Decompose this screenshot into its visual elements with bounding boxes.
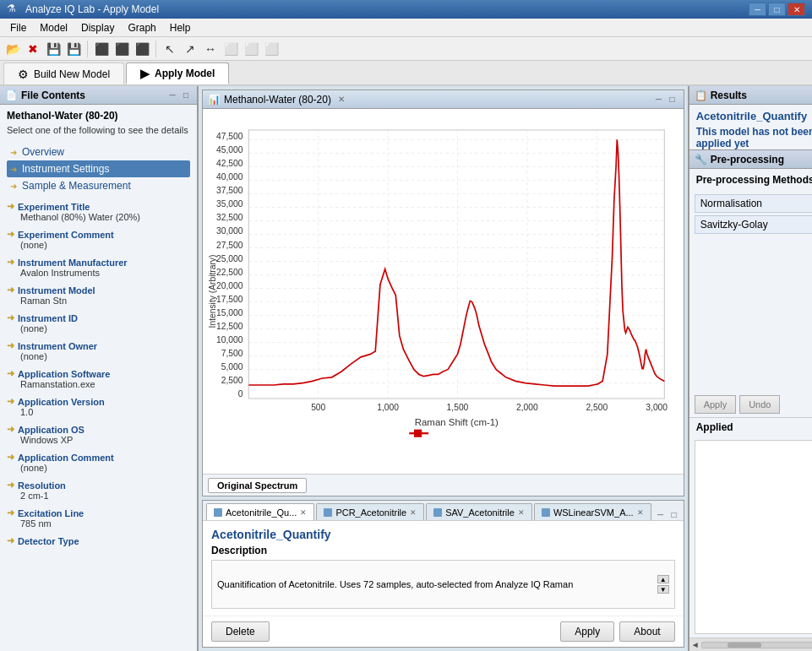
- svg-text:500: 500: [311, 403, 325, 412]
- svg-rect-54: [414, 430, 422, 437]
- detail-icon-4: ➜: [7, 285, 14, 296]
- model-tab-pcr[interactable]: PCR_Acetonitrile ✕: [316, 503, 424, 520]
- menu-graph[interactable]: Graph: [121, 20, 162, 35]
- results-icon: 📋: [695, 90, 707, 101]
- scrollbar-track[interactable]: [701, 642, 812, 648]
- nav2[interactable]: ↗: [181, 40, 199, 58]
- nav-sample-icon: ➜: [10, 182, 17, 191]
- menu-display[interactable]: Display: [74, 20, 121, 35]
- model-tab-acetonitrile[interactable]: Acetonitrile_Qu... ✕: [206, 503, 314, 520]
- model-tab-wslinear[interactable]: WSLinearSVM_A... ✕: [534, 503, 651, 520]
- nav-instrument-settings[interactable]: ➜ Instrument Settings: [7, 160, 190, 177]
- preproc-apply-button[interactable]: Apply: [695, 395, 737, 414]
- detail-icon-6: ➜: [7, 340, 14, 351]
- maximize-button[interactable]: □: [768, 3, 786, 16]
- model-description-label: Description: [211, 545, 675, 556]
- nav-overview[interactable]: ➜ Overview: [7, 144, 190, 160]
- horizontal-scrollbar[interactable]: ◄ ►: [689, 637, 812, 651]
- chart-bottom: Original Spectrum: [203, 474, 684, 496]
- model-tab-icon-2: [324, 508, 332, 517]
- menu-file[interactable]: File: [3, 20, 33, 35]
- nav4[interactable]: ⬜: [221, 40, 240, 58]
- svg-text:Raman Shift (cm-1): Raman Shift (cm-1): [415, 417, 499, 427]
- preprocessing-header: 🔧 Pre-processing ─ □: [689, 150, 812, 169]
- detail-experiment-title: ➜ Experiment Title Methanol (80%) Water …: [7, 201, 190, 222]
- preprocessing-list: Normalisation Savitzky-Golay: [689, 189, 812, 392]
- svg-text:42,500: 42,500: [216, 159, 243, 168]
- menu-help[interactable]: Help: [163, 20, 198, 35]
- file-name: Methanol-Water (80-20): [0, 105, 197, 123]
- file-contents-header: 📄 File Contents ─ □: [0, 86, 197, 105]
- svg-text:1,500: 1,500: [447, 403, 469, 412]
- svg-text:22,500: 22,500: [216, 268, 243, 277]
- nav1[interactable]: ↖: [161, 40, 179, 58]
- nav5[interactable]: ⬜: [242, 40, 260, 58]
- preproc-undo-button[interactable]: Undo: [739, 395, 780, 414]
- svg-text:40,000: 40,000: [216, 172, 243, 182]
- scrollbar-thumb[interactable]: [728, 643, 761, 648]
- model-tab-sav[interactable]: SAV_Acetonitrile ✕: [426, 503, 532, 520]
- svg-text:2,000: 2,000: [516, 403, 538, 412]
- scroll-left-arrow[interactable]: ◄: [691, 640, 701, 649]
- preprocessing-buttons: Apply Undo: [689, 392, 812, 417]
- open-button[interactable]: 📂: [3, 40, 22, 58]
- panel-minimize[interactable]: ─: [166, 90, 178, 101]
- chart-win-maximize[interactable]: □: [667, 94, 678, 106]
- save-button[interactable]: 💾: [44, 40, 63, 58]
- detail-icon-10: ➜: [7, 452, 14, 463]
- scroll-up-button[interactable]: ▲: [657, 575, 669, 583]
- svg-text:45,000: 45,000: [216, 145, 243, 155]
- detail-detector-type: ➜ Detector Type: [7, 535, 190, 546]
- detail-instrument-model: ➜ Instrument Model Raman Stn: [7, 285, 190, 306]
- main-layout: 📄 File Contents ─ □ Methanol-Water (80-2…: [0, 86, 812, 651]
- delete-button[interactable]: Delete: [211, 621, 270, 642]
- bottom-win-minimize[interactable]: ─: [655, 508, 667, 520]
- menu-model[interactable]: Model: [33, 20, 74, 35]
- minimize-button[interactable]: ─: [749, 3, 766, 16]
- original-spectrum-tab[interactable]: Original Spectrum: [208, 478, 307, 493]
- svg-text:30,000: 30,000: [216, 226, 243, 236]
- nav3[interactable]: ↔: [201, 40, 220, 58]
- save-as-button[interactable]: 💾: [64, 40, 83, 58]
- nav-overview-icon: ➜: [10, 148, 17, 157]
- results-panel-title: Results: [711, 90, 747, 101]
- svg-text:15,000: 15,000: [216, 308, 243, 317]
- tool3[interactable]: ⬛: [133, 40, 151, 58]
- model-description-area: Quanitification of Acetonitrile. Uses 72…: [211, 560, 675, 609]
- detail-icon-9: ➜: [7, 424, 14, 435]
- nav-sample-measurement[interactable]: ➜ Sample & Measurement: [7, 177, 190, 194]
- preprocessing-savitzky[interactable]: Savitzky-Golay: [695, 215, 812, 234]
- panel-maximize[interactable]: □: [180, 90, 192, 101]
- tool2[interactable]: ⬛: [112, 40, 131, 58]
- model-tab-close-1[interactable]: ✕: [300, 508, 307, 517]
- build-icon: ⚙: [18, 68, 29, 81]
- svg-text:17,500: 17,500: [216, 295, 243, 304]
- nav6[interactable]: ⬜: [262, 40, 281, 58]
- details-list: ➜ Experiment Title Methanol (80%) Water …: [0, 198, 197, 651]
- about-button[interactable]: About: [619, 621, 674, 642]
- close-file-button[interactable]: ✖: [24, 40, 42, 58]
- close-button[interactable]: ✕: [787, 3, 805, 16]
- model-tab-close-3[interactable]: ✕: [518, 508, 525, 517]
- desc-scrollbar[interactable]: ▲ ▼: [657, 575, 669, 594]
- chart-close-tab[interactable]: ✕: [338, 95, 345, 104]
- scroll-down-button[interactable]: ▼: [657, 585, 669, 594]
- svg-text:12,500: 12,500: [216, 322, 243, 331]
- panel-title: File Contents: [21, 90, 85, 101]
- apply-button[interactable]: Apply: [560, 621, 614, 642]
- window-title: Analyze IQ Lab - Apply Model: [25, 3, 749, 15]
- chart-window: 📊 Methanol-Water (80-20) ✕ ─ □ 47,500 45…: [202, 90, 684, 496]
- tab-apply-model[interactable]: ▶ Apply Model: [126, 62, 229, 84]
- tool1[interactable]: ⬛: [92, 40, 111, 58]
- preprocessing-normalisation[interactable]: Normalisation: [695, 194, 812, 213]
- svg-text:Intensity (Arbitrary): Intensity (Arbitrary): [208, 255, 217, 328]
- preprocessing-methods-label: Pre-processing Methods: [689, 169, 812, 189]
- chart-win-minimize[interactable]: ─: [653, 94, 665, 106]
- svg-text:7,500: 7,500: [221, 349, 243, 358]
- model-tab-close-4[interactable]: ✕: [637, 508, 644, 517]
- model-tab-icon-1: [214, 508, 222, 517]
- tab-build-new-model[interactable]: ⚙ Build New Model: [3, 62, 124, 84]
- model-tab-close-2[interactable]: ✕: [410, 508, 417, 517]
- detail-application-comment: ➜ Application Comment (none): [7, 452, 190, 473]
- bottom-win-maximize[interactable]: □: [668, 508, 680, 520]
